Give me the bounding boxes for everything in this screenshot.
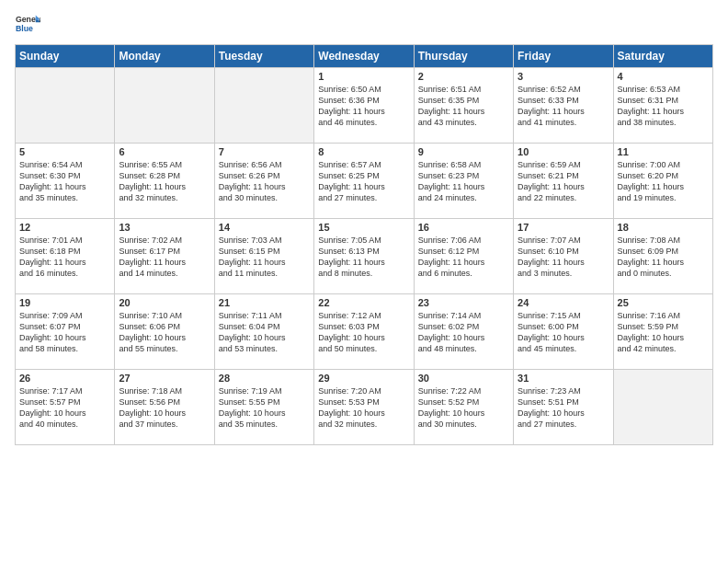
- week-row-5: 26Sunrise: 7:17 AMSunset: 5:57 PMDayligh…: [16, 370, 713, 445]
- calendar-container: General Blue SundayMondayTuesdayWednesda…: [0, 0, 728, 563]
- calendar-cell: 2Sunrise: 6:51 AMSunset: 6:35 PMDaylight…: [414, 68, 513, 144]
- day-info: Sunrise: 6:55 AMSunset: 6:28 PMDaylight:…: [119, 159, 210, 204]
- weekday-header-row: SundayMondayTuesdayWednesdayThursdayFrid…: [16, 45, 713, 68]
- day-info: Sunrise: 6:58 AMSunset: 6:23 PMDaylight:…: [418, 159, 509, 204]
- calendar-cell: 23Sunrise: 7:14 AMSunset: 6:02 PMDayligh…: [414, 294, 513, 370]
- day-info: Sunrise: 7:05 AMSunset: 6:13 PMDaylight:…: [318, 235, 409, 280]
- weekday-header-sunday: Sunday: [16, 45, 115, 68]
- week-row-1: 1Sunrise: 6:50 AMSunset: 6:36 PMDaylight…: [16, 68, 713, 144]
- calendar-cell: 16Sunrise: 7:06 AMSunset: 6:12 PMDayligh…: [414, 219, 513, 294]
- day-info: Sunrise: 7:15 AMSunset: 6:00 PMDaylight:…: [518, 310, 609, 355]
- calendar-cell: 17Sunrise: 7:07 AMSunset: 6:10 PMDayligh…: [514, 219, 613, 294]
- day-number: 17: [518, 222, 609, 233]
- weekday-header-tuesday: Tuesday: [214, 45, 313, 68]
- day-info: Sunrise: 6:59 AMSunset: 6:21 PMDaylight:…: [518, 159, 609, 204]
- calendar-cell: 25Sunrise: 7:16 AMSunset: 5:59 PMDayligh…: [613, 294, 712, 370]
- svg-text:Blue: Blue: [16, 24, 33, 33]
- day-info: Sunrise: 7:10 AMSunset: 6:06 PMDaylight:…: [119, 310, 210, 355]
- day-info: Sunrise: 7:19 AMSunset: 5:55 PMDaylight:…: [219, 385, 310, 431]
- day-info: Sunrise: 6:57 AMSunset: 6:25 PMDaylight:…: [318, 159, 409, 204]
- day-number: 16: [418, 222, 509, 233]
- day-number: 6: [119, 146, 210, 157]
- calendar-cell: 24Sunrise: 7:15 AMSunset: 6:00 PMDayligh…: [514, 294, 613, 370]
- day-number: 22: [318, 297, 409, 308]
- calendar-cell: [115, 68, 214, 144]
- calendar-cell: [613, 370, 712, 445]
- day-number: 26: [19, 373, 110, 384]
- day-number: 2: [418, 71, 509, 82]
- day-info: Sunrise: 7:09 AMSunset: 6:07 PMDaylight:…: [19, 310, 110, 355]
- day-info: Sunrise: 7:07 AMSunset: 6:10 PMDaylight:…: [518, 235, 609, 280]
- day-info: Sunrise: 7:20 AMSunset: 5:53 PMDaylight:…: [318, 385, 409, 431]
- day-info: Sunrise: 7:17 AMSunset: 5:57 PMDaylight:…: [19, 385, 110, 431]
- day-info: Sunrise: 7:12 AMSunset: 6:03 PMDaylight:…: [318, 310, 409, 355]
- day-number: 1: [318, 71, 409, 82]
- day-number: 31: [518, 373, 609, 384]
- day-info: Sunrise: 6:53 AMSunset: 6:31 PMDaylight:…: [618, 84, 709, 129]
- day-number: 15: [318, 222, 409, 233]
- day-info: Sunrise: 6:54 AMSunset: 6:30 PMDaylight:…: [19, 159, 110, 204]
- day-info: Sunrise: 7:00 AMSunset: 6:20 PMDaylight:…: [618, 159, 709, 204]
- day-info: Sunrise: 7:02 AMSunset: 6:17 PMDaylight:…: [119, 235, 210, 280]
- week-row-2: 5Sunrise: 6:54 AMSunset: 6:30 PMDaylight…: [16, 144, 713, 219]
- calendar-cell: 11Sunrise: 7:00 AMSunset: 6:20 PMDayligh…: [613, 144, 712, 219]
- day-info: Sunrise: 7:08 AMSunset: 6:09 PMDaylight:…: [618, 235, 709, 280]
- day-info: Sunrise: 7:16 AMSunset: 5:59 PMDaylight:…: [618, 310, 709, 355]
- day-number: 27: [119, 373, 210, 384]
- calendar-cell: 29Sunrise: 7:20 AMSunset: 5:53 PMDayligh…: [314, 370, 414, 445]
- day-info: Sunrise: 7:01 AMSunset: 6:18 PMDaylight:…: [19, 235, 110, 280]
- calendar-cell: 30Sunrise: 7:22 AMSunset: 5:52 PMDayligh…: [414, 370, 513, 445]
- day-number: 8: [318, 146, 409, 157]
- calendar-cell: 7Sunrise: 6:56 AMSunset: 6:26 PMDaylight…: [214, 144, 313, 219]
- day-number: 5: [19, 146, 110, 157]
- day-number: 19: [19, 297, 110, 308]
- calendar-cell: 31Sunrise: 7:23 AMSunset: 5:51 PMDayligh…: [514, 370, 613, 445]
- calendar-cell: [16, 68, 115, 144]
- calendar-cell: 5Sunrise: 6:54 AMSunset: 6:30 PMDaylight…: [16, 144, 115, 219]
- calendar-cell: 13Sunrise: 7:02 AMSunset: 6:17 PMDayligh…: [115, 219, 214, 294]
- day-number: 21: [219, 297, 310, 308]
- day-info: Sunrise: 7:11 AMSunset: 6:04 PMDaylight:…: [219, 310, 310, 355]
- day-info: Sunrise: 7:06 AMSunset: 6:12 PMDaylight:…: [418, 235, 509, 280]
- calendar-cell: 28Sunrise: 7:19 AMSunset: 5:55 PMDayligh…: [214, 370, 313, 445]
- calendar-cell: 21Sunrise: 7:11 AMSunset: 6:04 PMDayligh…: [214, 294, 313, 370]
- day-number: 9: [418, 146, 509, 157]
- day-number: 7: [219, 146, 310, 157]
- calendar-cell: 6Sunrise: 6:55 AMSunset: 6:28 PMDaylight…: [115, 144, 214, 219]
- day-number: 4: [618, 71, 709, 82]
- weekday-header-monday: Monday: [115, 45, 214, 68]
- calendar-cell: 19Sunrise: 7:09 AMSunset: 6:07 PMDayligh…: [16, 294, 115, 370]
- week-row-4: 19Sunrise: 7:09 AMSunset: 6:07 PMDayligh…: [16, 294, 713, 370]
- calendar-cell: 8Sunrise: 6:57 AMSunset: 6:25 PMDaylight…: [314, 144, 414, 219]
- day-number: 25: [618, 297, 709, 308]
- day-number: 24: [518, 297, 609, 308]
- weekday-header-friday: Friday: [514, 45, 613, 68]
- header: General Blue: [15, 11, 713, 37]
- calendar-cell: 20Sunrise: 7:10 AMSunset: 6:06 PMDayligh…: [115, 294, 214, 370]
- calendar-cell: 12Sunrise: 7:01 AMSunset: 6:18 PMDayligh…: [16, 219, 115, 294]
- calendar-table: SundayMondayTuesdayWednesdayThursdayFrid…: [15, 44, 713, 445]
- day-number: 29: [318, 373, 409, 384]
- calendar-cell: 26Sunrise: 7:17 AMSunset: 5:57 PMDayligh…: [16, 370, 115, 445]
- day-number: 30: [418, 373, 509, 384]
- calendar-cell: 27Sunrise: 7:18 AMSunset: 5:56 PMDayligh…: [115, 370, 214, 445]
- logo-icon: General Blue: [15, 11, 40, 37]
- calendar-cell: 14Sunrise: 7:03 AMSunset: 6:15 PMDayligh…: [214, 219, 313, 294]
- day-info: Sunrise: 6:51 AMSunset: 6:35 PMDaylight:…: [418, 84, 509, 129]
- day-number: 14: [219, 222, 310, 233]
- day-number: 23: [418, 297, 509, 308]
- day-info: Sunrise: 6:56 AMSunset: 6:26 PMDaylight:…: [219, 159, 310, 204]
- calendar-cell: 4Sunrise: 6:53 AMSunset: 6:31 PMDaylight…: [613, 68, 712, 144]
- calendar-cell: 1Sunrise: 6:50 AMSunset: 6:36 PMDaylight…: [314, 68, 414, 144]
- day-number: 20: [119, 297, 210, 308]
- weekday-header-saturday: Saturday: [613, 45, 712, 68]
- day-number: 12: [19, 222, 110, 233]
- day-info: Sunrise: 7:14 AMSunset: 6:02 PMDaylight:…: [418, 310, 509, 355]
- day-info: Sunrise: 7:18 AMSunset: 5:56 PMDaylight:…: [119, 385, 210, 431]
- day-info: Sunrise: 6:52 AMSunset: 6:33 PMDaylight:…: [518, 84, 609, 129]
- day-number: 3: [518, 71, 609, 82]
- logo: General Blue: [15, 11, 40, 37]
- day-number: 28: [219, 373, 310, 384]
- day-info: Sunrise: 7:03 AMSunset: 6:15 PMDaylight:…: [219, 235, 310, 280]
- calendar-cell: 10Sunrise: 6:59 AMSunset: 6:21 PMDayligh…: [514, 144, 613, 219]
